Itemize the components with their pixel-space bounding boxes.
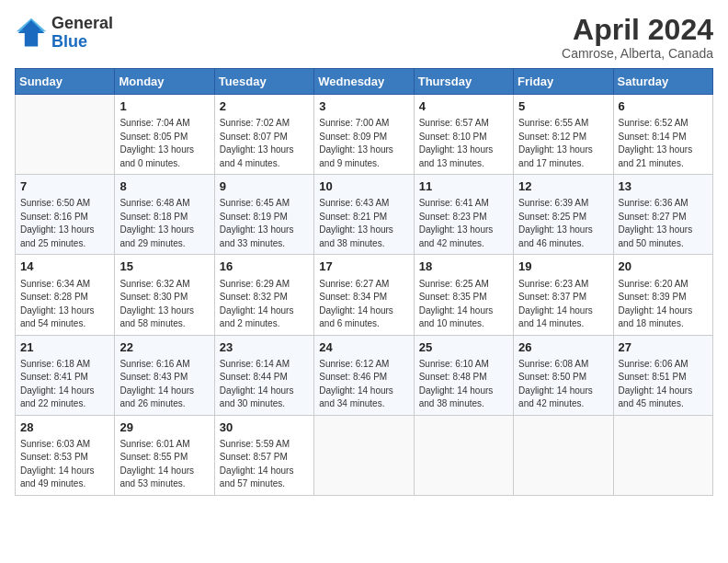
calendar-cell: 25Sunrise: 6:10 AMSunset: 8:48 PMDayligh… [414,335,513,415]
calendar-cell: 6Sunrise: 6:52 AMSunset: 8:14 PMDaylight… [613,95,712,175]
calendar-cell [613,415,712,495]
day-info: Sunrise: 6:43 AMSunset: 8:21 PMDaylight:… [319,197,408,250]
day-info: Sunrise: 6:29 AMSunset: 8:32 PMDaylight:… [220,278,309,331]
daylight-text: Daylight: 14 hours and 26 minutes. [119,385,194,409]
daylight-text: Daylight: 14 hours and 38 minutes. [419,385,494,409]
sunset-text: Sunset: 8:10 PM [419,132,487,142]
daylight-text: Daylight: 14 hours and 6 minutes. [319,305,393,329]
title-block: April 2024 Camrose, Alberta, Canada [562,15,713,61]
day-info: Sunrise: 6:01 AMSunset: 8:55 PMDaylight:… [119,438,209,491]
calendar-cell: 2Sunrise: 7:02 AMSunset: 8:07 PMDaylight… [214,95,313,175]
sunrise-text: Sunrise: 6:55 AM [518,118,588,128]
day-info: Sunrise: 7:04 AMSunset: 8:05 PMDaylight:… [119,117,209,170]
sunset-text: Sunset: 8:48 PM [419,372,487,382]
daylight-text: Daylight: 14 hours and 30 minutes. [220,385,294,409]
page-header: General Blue April 2024 Camrose, Alberta… [15,15,713,61]
sunrise-text: Sunrise: 5:59 AM [220,439,290,449]
month-title: April 2024 [562,15,713,44]
sunrise-text: Sunrise: 6:16 AM [119,359,189,369]
weekday-header-sunday: Sunday [16,69,115,95]
calendar-cell: 26Sunrise: 6:08 AMSunset: 8:50 PMDayligh… [514,335,613,415]
day-number: 21 [20,339,109,356]
daylight-text: Daylight: 14 hours and 53 minutes. [119,465,194,489]
daylight-text: Daylight: 13 hours and 50 minutes. [619,224,693,248]
calendar-cell: 29Sunrise: 6:01 AMSunset: 8:55 PMDayligh… [115,415,214,495]
day-info: Sunrise: 6:23 AMSunset: 8:37 PMDaylight:… [518,278,608,331]
day-number: 18 [419,259,508,275]
day-number: 27 [619,339,708,356]
day-info: Sunrise: 6:57 AMSunset: 8:10 PMDaylight:… [419,117,508,170]
calendar-cell: 30Sunrise: 5:59 AMSunset: 8:57 PMDayligh… [214,415,313,495]
day-info: Sunrise: 6:27 AMSunset: 8:34 PMDaylight:… [319,278,408,331]
sunrise-text: Sunrise: 6:29 AM [220,279,290,289]
sunset-text: Sunset: 8:27 PM [619,212,687,222]
daylight-text: Daylight: 13 hours and 33 minutes. [220,224,294,248]
day-number: 23 [220,339,309,356]
day-number: 22 [119,339,209,356]
daylight-text: Daylight: 13 hours and 42 minutes. [419,224,494,248]
sunrise-text: Sunrise: 6:27 AM [319,279,389,289]
day-number: 17 [319,259,408,275]
daylight-text: Daylight: 14 hours and 2 minutes. [220,305,294,329]
day-info: Sunrise: 6:36 AMSunset: 8:27 PMDaylight:… [619,197,708,250]
sunset-text: Sunset: 8:35 PM [419,292,487,302]
daylight-text: Daylight: 13 hours and 0 minutes. [119,144,194,168]
sunset-text: Sunset: 8:51 PM [619,372,687,382]
sunrise-text: Sunrise: 6:45 AM [220,198,290,208]
sunset-text: Sunset: 8:12 PM [518,132,586,142]
day-number: 29 [119,419,209,436]
sunset-text: Sunset: 8:19 PM [220,212,288,222]
sunset-text: Sunset: 8:34 PM [319,292,387,302]
sunrise-text: Sunrise: 6:52 AM [619,118,688,128]
sunset-text: Sunset: 8:14 PM [619,132,687,142]
calendar-cell: 17Sunrise: 6:27 AMSunset: 8:34 PMDayligh… [314,255,414,335]
day-number: 16 [220,259,309,275]
day-info: Sunrise: 6:20 AMSunset: 8:39 PMDaylight:… [619,278,708,331]
weekday-header-friday: Friday [514,69,613,95]
daylight-text: Daylight: 13 hours and 13 minutes. [419,144,494,168]
sunset-text: Sunset: 8:57 PM [220,452,288,462]
daylight-text: Daylight: 13 hours and 54 minutes. [20,305,95,329]
sunset-text: Sunset: 8:07 PM [220,132,288,142]
day-number: 1 [119,98,209,115]
sunrise-text: Sunrise: 7:00 AM [319,118,389,128]
daylight-text: Daylight: 14 hours and 49 minutes. [20,465,95,489]
calendar-cell: 18Sunrise: 6:25 AMSunset: 8:35 PMDayligh… [414,255,513,335]
day-number: 3 [319,98,408,115]
daylight-text: Daylight: 14 hours and 14 minutes. [518,305,593,329]
day-info: Sunrise: 6:12 AMSunset: 8:46 PMDaylight:… [319,358,408,411]
calendar-cell: 4Sunrise: 6:57 AMSunset: 8:10 PMDaylight… [414,95,513,175]
day-number: 26 [518,339,608,356]
day-number: 7 [20,178,109,195]
daylight-text: Daylight: 14 hours and 57 minutes. [220,465,294,489]
day-info: Sunrise: 6:39 AMSunset: 8:25 PMDaylight:… [518,197,608,250]
day-info: Sunrise: 6:41 AMSunset: 8:23 PMDaylight:… [419,197,508,250]
sunrise-text: Sunrise: 6:57 AM [419,118,489,128]
sunset-text: Sunset: 8:23 PM [419,212,487,222]
weekday-header-wednesday: Wednesday [314,69,414,95]
day-info: Sunrise: 6:55 AMSunset: 8:12 PMDaylight:… [518,117,608,170]
day-number: 20 [619,259,708,275]
day-number: 30 [220,419,309,436]
svg-marker-0 [18,19,45,46]
sunrise-text: Sunrise: 6:23 AM [518,279,588,289]
logo: General Blue [15,15,113,52]
sunset-text: Sunset: 8:46 PM [319,372,387,382]
calendar-cell: 20Sunrise: 6:20 AMSunset: 8:39 PMDayligh… [613,255,712,335]
sunrise-text: Sunrise: 6:50 AM [20,198,90,208]
sunrise-text: Sunrise: 6:48 AM [119,198,189,208]
weekday-header-row: SundayMondayTuesdayWednesdayThursdayFrid… [16,69,713,95]
sunrise-text: Sunrise: 6:14 AM [220,359,290,369]
day-number: 24 [319,339,408,356]
daylight-text: Daylight: 13 hours and 29 minutes. [119,224,194,248]
calendar-week-row: 28Sunrise: 6:03 AMSunset: 8:53 PMDayligh… [16,415,713,495]
daylight-text: Daylight: 13 hours and 4 minutes. [220,144,294,168]
calendar-week-row: 1Sunrise: 7:04 AMSunset: 8:05 PMDaylight… [16,95,713,175]
weekday-header-saturday: Saturday [613,69,712,95]
calendar-cell: 7Sunrise: 6:50 AMSunset: 8:16 PMDaylight… [16,175,115,255]
day-number: 2 [220,98,309,115]
sunrise-text: Sunrise: 6:25 AM [419,279,489,289]
day-info: Sunrise: 6:32 AMSunset: 8:30 PMDaylight:… [119,278,209,331]
sunset-text: Sunset: 8:28 PM [20,292,88,302]
daylight-text: Daylight: 14 hours and 34 minutes. [319,385,393,409]
